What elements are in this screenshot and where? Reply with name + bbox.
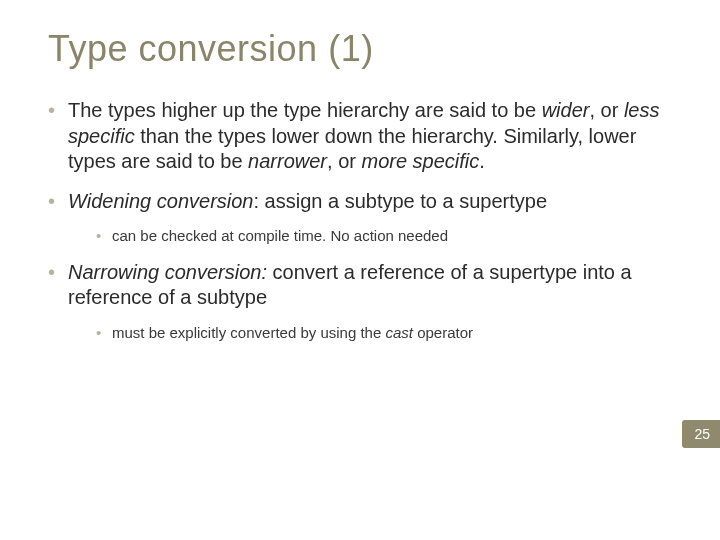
bullet-item: Widening conversion: assign a subtype to… xyxy=(48,189,672,246)
text: operator xyxy=(413,324,473,341)
text: must be explicitly converted by using th… xyxy=(112,324,385,341)
slide: Type conversion (1) The types higher up … xyxy=(0,0,720,540)
slide-title: Type conversion (1) xyxy=(48,28,672,70)
text-italic: Narrowing conversion: xyxy=(68,261,267,283)
text: The types higher up the type hierarchy a… xyxy=(68,99,542,121)
sub-bullet-item: must be explicitly converted by using th… xyxy=(96,323,672,343)
text: , or xyxy=(589,99,623,121)
text: , or xyxy=(327,150,361,172)
bullet-list: The types higher up the type hierarchy a… xyxy=(48,98,672,343)
text: . xyxy=(479,150,485,172)
page-number-badge: 25 xyxy=(682,420,720,448)
bullet-item: Narrowing conversion: convert a referenc… xyxy=(48,260,672,343)
text-italic: cast xyxy=(385,324,413,341)
text-italic: narrower xyxy=(248,150,327,172)
sub-bullet-list: must be explicitly converted by using th… xyxy=(68,323,672,343)
text-italic: Widening conversion xyxy=(68,190,253,212)
text-italic: wider xyxy=(542,99,590,121)
bullet-item: The types higher up the type hierarchy a… xyxy=(48,98,672,175)
sub-bullet-item: can be checked at compile time. No actio… xyxy=(96,226,672,246)
sub-bullet-list: can be checked at compile time. No actio… xyxy=(68,226,672,246)
text: can be checked at compile time. No actio… xyxy=(112,227,448,244)
text: : assign a subtype to a supertype xyxy=(253,190,547,212)
text-italic: more specific xyxy=(361,150,479,172)
